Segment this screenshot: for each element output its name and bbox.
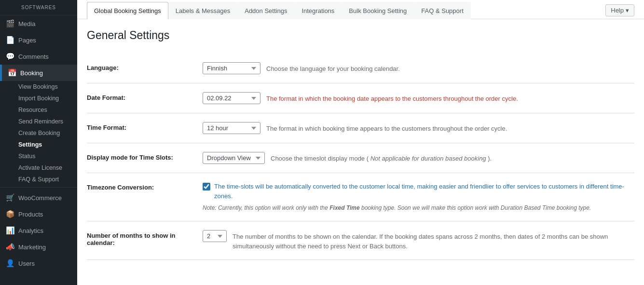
setting-months-calendar: Number of months to show in calendar: 1 … (87, 221, 634, 260)
marketing-icon: 📣 (6, 243, 14, 251)
page-content: General Settings Language: Finnish Engli… (77, 19, 644, 270)
timezone-note: Note: Currently, this option will work o… (203, 204, 634, 212)
display-mode-label: Display mode for Time Slots: (87, 152, 193, 161)
sidebar: SOFTWARES 🎬 Media 📄 Pages 💬 Comments 📅 B… (0, 0, 77, 285)
sidebar-item-woocommerce[interactable]: 🛒 WooCommerce (0, 190, 77, 206)
time-format-control: 12 hour 24 hour The format in which book… (203, 122, 634, 134)
media-icon: 🎬 (6, 19, 14, 28)
sidebar-logo: SOFTWARES (0, 0, 77, 15)
tab-labels-messages[interactable]: Labels & Messages (168, 2, 237, 19)
tabs-container: Global Booking Settings Labels & Message… (87, 2, 471, 19)
main-content: Global Booking Settings Labels & Message… (77, 0, 644, 285)
display-mode-control: Dropdown View Radio Buttons Select Box C… (203, 152, 634, 164)
sidebar-item-comments[interactable]: 💬 Comments (0, 48, 77, 65)
products-icon: 📦 (6, 210, 14, 218)
sidebar-item-users[interactable]: 👤 Users (0, 255, 77, 271)
sidebar-sub-view-bookings[interactable]: View Bookings (0, 81, 77, 93)
sidebar-sub-activate-license[interactable]: Activate License (0, 162, 77, 174)
date-format-control: 02.09.22 09/02/22 02-09-2022 2022-09-02 … (203, 92, 634, 104)
tab-integrations[interactable]: Integrations (294, 2, 342, 19)
sidebar-bottom-section: 🛒 WooCommerce 📦 Products 📊 Analytics 📣 M… (0, 187, 77, 271)
months-calendar-control: 1 2 3 4 5 6 The number of months to be s… (203, 230, 634, 251)
setting-date-format: Date Format: 02.09.22 09/02/22 02-09-202… (87, 83, 634, 113)
timezone-checkbox-line: The time-slots will be automatically con… (203, 182, 634, 201)
sidebar-item-analytics[interactable]: 📊 Analytics (0, 222, 77, 239)
date-format-description: The format in which the booking date app… (266, 92, 634, 104)
date-format-label: Date Format: (87, 92, 193, 101)
tab-global-booking[interactable]: Global Booking Settings (87, 2, 168, 19)
sidebar-item-marketing[interactable]: 📣 Marketing (0, 239, 77, 255)
language-description: Choose the language for your booking cal… (266, 62, 634, 74)
help-button[interactable]: Help ▾ (605, 4, 634, 16)
setting-language: Language: Finnish English Spanish French… (87, 54, 634, 83)
analytics-icon: 📊 (6, 226, 14, 235)
sidebar-sub-create-booking[interactable]: Create Booking (0, 127, 77, 139)
timezone-label: Timezone Conversion: (87, 182, 193, 191)
sidebar-item-pages[interactable]: 📄 Pages (0, 32, 77, 48)
sidebar-sub-faq-support[interactable]: FAQ & Support (0, 174, 77, 185)
setting-timezone: Timezone Conversion: The time-slots will… (87, 173, 634, 221)
months-calendar-label: Number of months to show in calendar: (87, 230, 193, 246)
sidebar-sub-resources[interactable]: Resources (0, 104, 77, 116)
time-format-label: Time Format: (87, 122, 193, 131)
months-calendar-description: The number of months to be shown on the … (233, 230, 634, 251)
language-select[interactable]: Finnish English Spanish French German (203, 62, 260, 74)
chevron-down-icon: ▾ (626, 7, 629, 14)
date-format-select[interactable]: 02.09.22 09/02/22 02-09-2022 2022-09-02 (203, 92, 260, 104)
woocommerce-icon: 🛒 (6, 193, 14, 202)
sidebar-sub-send-reminders[interactable]: Send Reminders (0, 116, 77, 127)
sidebar-item-products[interactable]: 📦 Products (0, 206, 77, 222)
sidebar-item-booking[interactable]: 📅 Booking (0, 65, 77, 81)
months-calendar-select[interactable]: 1 2 3 4 5 6 (203, 230, 227, 242)
setting-display-mode: Display mode for Time Slots: Dropdown Vi… (87, 143, 634, 173)
booking-icon: 📅 (8, 68, 16, 77)
sidebar-item-media[interactable]: 🎬 Media (0, 15, 77, 32)
sidebar-sub-status[interactable]: Status (0, 150, 77, 162)
comments-icon: 💬 (6, 52, 14, 61)
tab-addon-settings[interactable]: Addon Settings (237, 2, 294, 19)
tab-faq-support[interactable]: FAQ & Support (414, 2, 470, 19)
sidebar-sub-import-booking[interactable]: Import Booking (0, 93, 77, 104)
top-header: Global Booking Settings Labels & Message… (77, 0, 644, 19)
tab-bulk-booking[interactable]: Bulk Booking Setting (342, 2, 414, 19)
language-label: Language: (87, 62, 193, 71)
setting-time-format: Time Format: 12 hour 24 hour The format … (87, 113, 634, 143)
display-mode-description: Choose the timeslot display mode ( Not a… (271, 152, 634, 163)
page-title: General Settings (87, 29, 634, 42)
timezone-main-text: The time-slots will be automatically con… (214, 182, 634, 201)
time-format-select[interactable]: 12 hour 24 hour (203, 122, 260, 134)
timezone-checkbox[interactable] (203, 183, 210, 190)
timezone-checkbox-row: The time-slots will be automatically con… (203, 182, 634, 212)
time-format-description: The format in which booking time appears… (266, 122, 634, 134)
timezone-control: The time-slots will be automatically con… (203, 182, 634, 212)
language-control: Finnish English Spanish French German Ch… (203, 62, 634, 74)
sidebar-sub-settings[interactable]: Settings (0, 139, 77, 150)
pages-icon: 📄 (6, 36, 14, 44)
display-mode-select[interactable]: Dropdown View Radio Buttons Select Box (203, 152, 265, 164)
users-icon: 👤 (6, 259, 14, 268)
